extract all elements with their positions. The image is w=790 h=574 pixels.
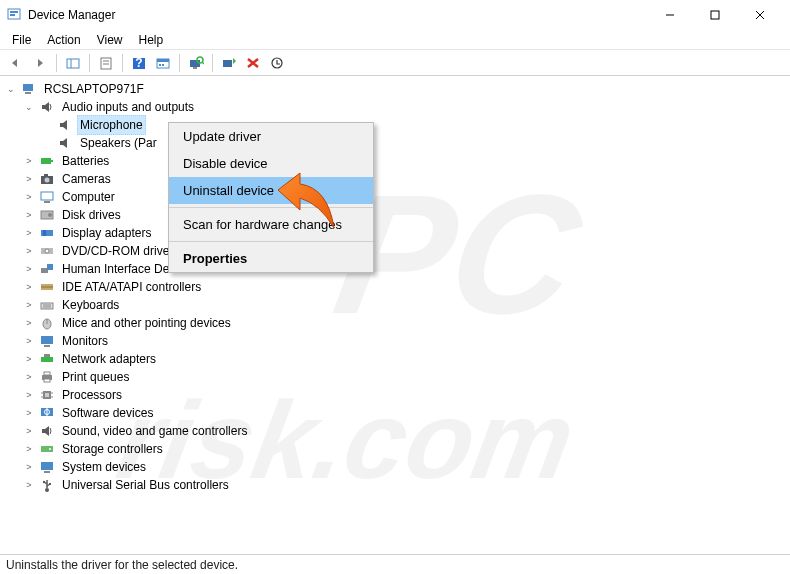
close-button[interactable]	[737, 0, 782, 30]
category-label: Cameras	[59, 170, 114, 188]
category-network[interactable]: >Network adapters	[22, 350, 786, 368]
expander-closed-icon[interactable]: >	[22, 352, 36, 366]
category-label: Keyboards	[59, 296, 122, 314]
ctx-properties[interactable]: Properties	[169, 245, 373, 272]
printer-icon	[39, 369, 55, 385]
category-computer[interactable]: >Computer	[22, 188, 786, 206]
device-tree[interactable]: PC risk.com ⌄ RCSLAPTOP971F ⌄ Audio inpu…	[0, 76, 790, 551]
show-hide-tree-button[interactable]	[61, 52, 85, 74]
svg-point-31	[45, 178, 50, 183]
category-processors[interactable]: >Processors	[22, 386, 786, 404]
expander-closed-icon[interactable]: >	[22, 334, 36, 348]
properties-button[interactable]	[94, 52, 118, 74]
menu-view[interactable]: View	[89, 31, 131, 49]
expander-closed-icon[interactable]: >	[22, 388, 36, 402]
maximize-button[interactable]	[692, 0, 737, 30]
expander-closed-icon[interactable]: >	[22, 154, 36, 168]
expander-closed-icon[interactable]: >	[22, 424, 36, 438]
menu-help[interactable]: Help	[131, 31, 172, 49]
menu-action[interactable]: Action	[39, 31, 88, 49]
svg-rect-15	[157, 59, 169, 62]
device-microphone[interactable]: Microphone	[40, 116, 786, 134]
minimize-button[interactable]	[647, 0, 692, 30]
disable-device-button[interactable]	[265, 52, 289, 74]
device-speakers[interactable]: Speakers (Par	[40, 134, 786, 152]
usb-icon	[39, 477, 55, 493]
expander-closed-icon[interactable]: >	[22, 226, 36, 240]
context-menu: Update driver Disable device Uninstall d…	[168, 122, 374, 273]
category-storage[interactable]: >Storage controllers	[22, 440, 786, 458]
computer-icon	[21, 81, 37, 97]
expander-closed-icon[interactable]: >	[22, 460, 36, 474]
back-button[interactable]	[4, 52, 28, 74]
category-mice[interactable]: >Mice and other pointing devices	[22, 314, 786, 332]
expander-closed-icon[interactable]: >	[22, 280, 36, 294]
svg-rect-27	[25, 92, 31, 94]
expander-closed-icon[interactable]: >	[22, 442, 36, 456]
category-monitors[interactable]: >Monitors	[22, 332, 786, 350]
svg-rect-33	[41, 192, 53, 200]
software-icon	[39, 405, 55, 421]
category-label: Mice and other pointing devices	[59, 314, 234, 332]
svg-point-72	[43, 481, 45, 483]
expander-closed-icon[interactable]: >	[22, 262, 36, 276]
svg-text:?: ?	[135, 56, 142, 70]
speaker-icon	[39, 99, 55, 115]
tree-root[interactable]: ⌄ RCSLAPTOP971F	[4, 80, 786, 98]
category-dvd[interactable]: >DVD/CD-ROM drives	[22, 242, 786, 260]
expander-closed-icon[interactable]: >	[22, 208, 36, 222]
category-label: Processors	[59, 386, 125, 404]
category-label: Universal Serial Bus controllers	[59, 476, 232, 494]
category-printqueues[interactable]: >Print queues	[22, 368, 786, 386]
expander-closed-icon[interactable]: >	[22, 370, 36, 384]
expander-closed-icon[interactable]: >	[22, 190, 36, 204]
category-batteries[interactable]: >Batteries	[22, 152, 786, 170]
scan-hardware-button[interactable]	[184, 52, 208, 74]
category-keyboards[interactable]: >Keyboards	[22, 296, 786, 314]
expander-open-icon[interactable]: ⌄	[4, 82, 18, 96]
svg-rect-7	[67, 59, 79, 68]
svg-rect-17	[162, 64, 164, 66]
storage-icon	[39, 441, 55, 457]
system-icon	[39, 459, 55, 475]
ctx-uninstall-device[interactable]: Uninstall device	[169, 177, 373, 204]
svg-rect-18	[190, 60, 200, 67]
forward-button[interactable]	[28, 52, 52, 74]
uninstall-device-button[interactable]	[241, 52, 265, 74]
svg-rect-69	[44, 471, 50, 473]
enable-device-button[interactable]	[217, 52, 241, 74]
category-hid[interactable]: >Human Interface Devices	[22, 260, 786, 278]
window-title: Device Manager	[28, 8, 647, 22]
expander-closed-icon[interactable]: >	[22, 298, 36, 312]
svg-rect-29	[51, 160, 53, 162]
category-ide[interactable]: >IDE ATA/ATAPI controllers	[22, 278, 786, 296]
monitor-icon	[39, 333, 55, 349]
expander-closed-icon[interactable]: >	[22, 316, 36, 330]
optical-drive-icon	[39, 243, 55, 259]
category-software[interactable]: >Software devices	[22, 404, 786, 422]
category-usb[interactable]: >Universal Serial Bus controllers	[22, 476, 786, 494]
category-label: Disk drives	[59, 206, 124, 224]
expander-closed-icon[interactable]: >	[22, 244, 36, 258]
category-audio[interactable]: ⌄ Audio inputs and outputs	[22, 98, 786, 116]
expander-open-icon[interactable]: ⌄	[22, 100, 36, 114]
root-label: RCSLAPTOP971F	[41, 80, 147, 98]
keyboard-icon	[39, 297, 55, 313]
category-display[interactable]: >Display adapters	[22, 224, 786, 242]
cpu-icon	[39, 387, 55, 403]
ctx-update-driver[interactable]: Update driver	[169, 123, 373, 150]
category-cameras[interactable]: >Cameras	[22, 170, 786, 188]
svg-rect-53	[44, 354, 50, 357]
ctx-disable-device[interactable]: Disable device	[169, 150, 373, 177]
menu-file[interactable]: File	[4, 31, 39, 49]
category-system[interactable]: >System devices	[22, 458, 786, 476]
svg-rect-41	[41, 268, 48, 273]
help-button[interactable]: ?	[127, 52, 151, 74]
expander-closed-icon[interactable]: >	[22, 172, 36, 186]
category-sound[interactable]: >Sound, video and game controllers	[22, 422, 786, 440]
category-diskdrives[interactable]: >Disk drives	[22, 206, 786, 224]
update-driver-button[interactable]	[151, 52, 175, 74]
expander-closed-icon[interactable]: >	[22, 478, 36, 492]
expander-closed-icon[interactable]: >	[22, 406, 36, 420]
ctx-scan-hardware[interactable]: Scan for hardware changes	[169, 211, 373, 238]
